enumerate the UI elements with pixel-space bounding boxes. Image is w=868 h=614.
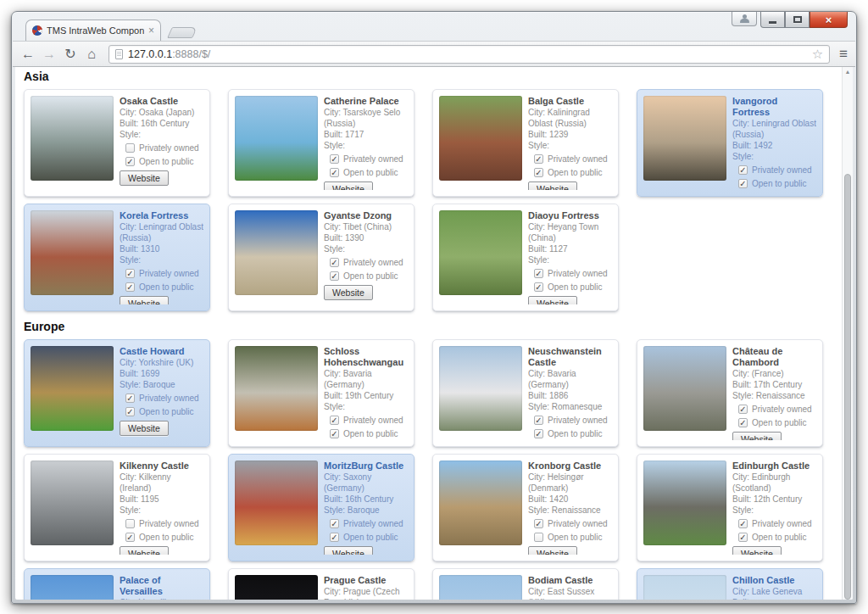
castle-card[interactable]: Korela Fortress City: Leningrad Oblast (… [24,204,210,311]
privately-owned-row[interactable]: ✓ Privately owned [125,393,203,404]
website-button[interactable]: Website [120,170,169,186]
open-to-public-checkbox[interactable]: ✓ [125,282,135,292]
close-button[interactable]: × [810,12,848,28]
privately-owned-row[interactable]: ✓ Privately owned [534,415,612,426]
maximize-button[interactable] [785,12,810,28]
castle-card[interactable]: Catherine Palace City: Tsarskoye Selo (R… [228,89,415,197]
open-to-public-row[interactable]: ✓ Open to public [330,428,408,439]
website-button[interactable]: Website [528,296,577,304]
privately-owned-row[interactable]: Privately owned [125,518,203,529]
open-to-public-checkbox[interactable]: ✓ [330,168,339,177]
castle-card[interactable]: Bodiam Castle City: East Sussex (UK) Bui… [432,568,619,600]
castle-card[interactable]: Edinburgh Castle City: Edinburgh (Scotla… [637,454,823,561]
privately-owned-row[interactable]: ✓ Privately owned [534,518,612,529]
open-to-public-row[interactable]: ✓ Open to public [534,428,612,439]
open-to-public-row[interactable]: ✓ Open to public [534,282,612,293]
privately-owned-checkbox[interactable]: ✓ [330,154,339,164]
forward-button-icon[interactable]: → [42,47,57,61]
open-to-public-checkbox[interactable]: ✓ [738,179,748,188]
tab-close-icon[interactable]: × [148,25,154,36]
open-to-public-row[interactable]: ✓ Open to public [330,271,408,282]
website-button[interactable]: Website [732,546,782,555]
castle-card[interactable]: Gyantse Dzong City: Tibet (China) Built:… [228,204,415,311]
open-to-public-checkbox[interactable]: ✓ [330,533,339,542]
privately-owned-checkbox[interactable] [125,519,135,528]
privately-owned-row[interactable]: ✓ Privately owned [125,268,203,279]
castle-card[interactable]: Diaoyu Fortress City: Heyang Town (China… [432,204,619,311]
open-to-public-checkbox[interactable] [534,533,543,542]
privately-owned-checkbox[interactable]: ✓ [534,269,543,278]
open-to-public-row[interactable]: ✓ Open to public [125,282,203,293]
open-to-public-row[interactable]: ✓ Open to public [125,532,203,543]
privately-owned-checkbox[interactable]: ✓ [738,405,748,414]
castle-card[interactable]: Osaka Castle City: Osaka (Japan) Built: … [24,89,210,197]
open-to-public-checkbox[interactable]: ✓ [534,168,543,177]
castle-card[interactable]: Neuschwanstein Castle City: Bavaria (Ger… [432,339,619,447]
privately-owned-checkbox[interactable]: ✓ [534,154,543,164]
website-button[interactable]: Website [324,285,373,300]
castle-card[interactable]: Schloss Hohenschwangau City: Bavaria (Ge… [228,339,415,447]
privately-owned-checkbox[interactable] [125,143,135,153]
titlebar[interactable]: TMS IntraWeb Componen × × [12,12,856,41]
privately-owned-checkbox[interactable]: ✓ [330,519,339,528]
privately-owned-row[interactable]: ✓ Privately owned [738,165,816,176]
privately-owned-row[interactable]: ✓ Privately owned [330,415,408,426]
privately-owned-checkbox[interactable]: ✓ [738,519,748,528]
privately-owned-row[interactable]: ✓ Privately owned [738,404,816,415]
privately-owned-checkbox[interactable]: ✓ [534,519,543,528]
profile-button[interactable] [732,12,757,26]
castle-card[interactable]: Balga Castle City: Kaliningrad Oblast (R… [432,89,619,197]
open-to-public-checkbox[interactable]: ✓ [534,429,543,438]
privately-owned-row[interactable]: ✓ Privately owned [738,518,816,529]
open-to-public-row[interactable]: ✓ Open to public [738,178,816,189]
castle-card[interactable]: Prague Castle City: Prague (Czech Republ… [228,568,415,600]
castle-card[interactable]: Chillon Castle City: Lake Geneva Built: … [637,568,823,600]
open-to-public-checkbox[interactable]: ✓ [330,429,339,438]
castle-card[interactable]: Kronborg Castle City: Helsingør (Denmark… [432,454,619,561]
open-to-public-row[interactable]: ✓ Open to public [330,532,408,543]
open-to-public-checkbox[interactable]: ✓ [330,271,339,281]
privately-owned-checkbox[interactable]: ✓ [125,269,135,278]
open-to-public-row[interactable]: ✓ Open to public [125,156,203,167]
castle-card[interactable]: Ivangorod Fortress City: Leningrad Oblas… [637,89,823,197]
website-button[interactable]: Website [120,296,169,304]
castle-card[interactable]: Palace of Versailles City: Versaille (Fr… [24,568,210,600]
open-to-public-checkbox[interactable]: ✓ [125,533,135,542]
scrollbar-thumb[interactable] [844,174,851,600]
website-button[interactable]: Website [120,421,169,436]
privately-owned-row[interactable]: ✓ Privately owned [534,268,612,279]
open-to-public-checkbox[interactable]: ✓ [534,282,543,292]
privately-owned-row[interactable]: ✓ Privately owned [330,154,408,165]
vertical-scrollbar[interactable]: ▲ [842,67,853,600]
open-to-public-row[interactable]: ✓ Open to public [738,532,816,543]
back-button-icon[interactable]: ← [20,47,36,61]
privately-owned-row[interactable]: ✓ Privately owned [534,154,612,165]
bookmark-star-icon[interactable]: ☆ [812,47,823,60]
chrome-menu-icon[interactable]: ≡ [839,47,848,61]
open-to-public-row[interactable]: ✓ Open to public [534,167,612,178]
minimize-button[interactable] [760,12,785,28]
new-tab-button[interactable] [167,27,198,38]
privately-owned-row[interactable]: ✓ Privately owned [330,257,408,268]
open-to-public-row[interactable]: ✓ Open to public [125,406,203,417]
castle-card[interactable]: MoritzBurg Castle City: Saxony (Germany)… [228,454,415,561]
privately-owned-row[interactable]: ✓ Privately owned [330,518,408,529]
castle-card[interactable]: Kilkenny Castle City: Kilkenny (Ireland)… [24,454,210,561]
browser-tab[interactable]: TMS IntraWeb Componen × [25,20,161,41]
open-to-public-row[interactable]: ✓ Open to public [330,167,408,178]
castle-card[interactable]: Château de Chambord City: (France) Built… [637,339,823,447]
privately-owned-checkbox[interactable]: ✓ [534,416,543,425]
open-to-public-checkbox[interactable]: ✓ [125,157,135,166]
website-button[interactable]: Website [324,181,373,190]
address-bar[interactable]: 127.0.0.1:8888/$/ ☆ [108,45,830,64]
open-to-public-checkbox[interactable]: ✓ [125,407,135,416]
castle-card[interactable]: Castle Howard City: Yorkshire (UK) Built… [24,339,210,447]
open-to-public-checkbox[interactable]: ✓ [738,418,748,427]
privately-owned-checkbox[interactable]: ✓ [125,394,135,403]
privately-owned-checkbox[interactable]: ✓ [330,416,339,425]
website-button[interactable]: Website [528,181,577,190]
website-button[interactable]: Website [120,546,169,555]
privately-owned-checkbox[interactable]: ✓ [330,258,339,267]
open-to-public-row[interactable]: ✓ Open to public [738,417,816,428]
privately-owned-row[interactable]: Privately owned [125,142,203,154]
